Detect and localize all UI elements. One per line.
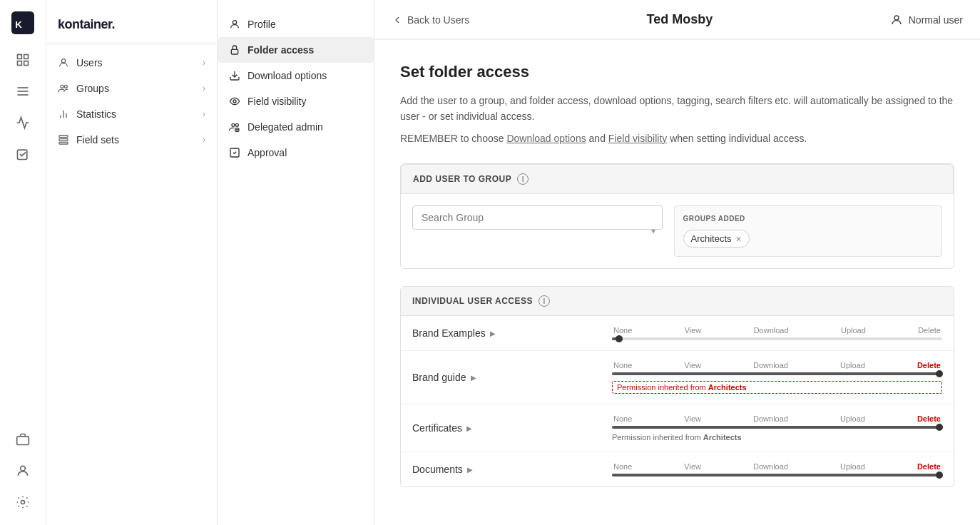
folder-name-brand-examples: Brand Examples ▶ xyxy=(412,327,612,339)
section-description: Add the user to a group, and folder acce… xyxy=(400,93,954,125)
slider-fill xyxy=(612,426,942,429)
folder-label: Brand guide xyxy=(412,372,466,383)
dropdown-icon: ▾ xyxy=(651,226,655,236)
chevron-icon-users: › xyxy=(203,58,205,68)
main-content: Back to Users Ted Mosby Normal user Set … xyxy=(374,0,980,525)
svg-point-30 xyxy=(894,16,899,20)
folder-name-brand-guide: Brand guide ▶ xyxy=(412,372,612,383)
subnav-item-folder-access[interactable]: Folder access xyxy=(218,37,374,63)
chevron-icon-fieldsets: › xyxy=(203,135,205,145)
svg-point-11 xyxy=(21,466,26,471)
group-icon xyxy=(58,83,69,94)
svg-point-14 xyxy=(61,85,63,88)
svg-rect-19 xyxy=(59,136,68,138)
add-user-group-info-icon[interactable]: i xyxy=(517,173,529,185)
table-row: Documents ▶ None View Download Upload De… xyxy=(401,452,954,486)
svg-text:K: K xyxy=(15,19,22,30)
folder-label: Documents xyxy=(412,464,463,475)
nav-icon-briefcase[interactable] xyxy=(9,425,37,454)
nav-icon-chart[interactable] xyxy=(9,108,37,137)
group-tag-close-icon[interactable]: × xyxy=(736,234,742,244)
nav-icon-check[interactable] xyxy=(9,140,37,168)
desc2-suffix: when setting individual access. xyxy=(667,133,807,144)
group-body: ▾ GROUPS ADDED Architects × xyxy=(401,194,954,268)
slider-area-certificates: None View Download Upload Delete Permiss… xyxy=(612,414,942,442)
table-row: Brand guide ▶ None View Download Upload … xyxy=(401,351,954,404)
slider-track xyxy=(612,337,942,340)
slider-labels: None View Download Upload Delete xyxy=(612,414,942,423)
slider-thumb[interactable] xyxy=(936,472,943,479)
inherited-badge: Permission inherited from Architects xyxy=(612,433,942,442)
expand-icon[interactable]: ▶ xyxy=(471,374,476,382)
add-user-group-header: ADD USER TO GROUP i xyxy=(401,164,954,194)
chevron-icon-statistics: › xyxy=(203,109,205,119)
slider-track xyxy=(612,426,942,429)
slider-area-documents: None View Download Upload Delete xyxy=(612,462,942,476)
group-tag-label: Architects xyxy=(691,233,732,244)
folder-label: Certificates xyxy=(412,422,462,434)
svg-rect-20 xyxy=(59,139,68,141)
subnav: Profile Folder access Download options F… xyxy=(218,0,374,525)
add-user-group-label: ADD USER TO GROUP xyxy=(413,174,511,184)
sidebar-label-groups: Groups xyxy=(76,83,109,94)
logo-text: kontainer. xyxy=(58,17,115,31)
slider-thumb[interactable] xyxy=(616,335,623,342)
approval-icon xyxy=(229,147,240,158)
nav-icon-user-circle[interactable] xyxy=(9,457,37,485)
subnav-item-delegated-admin[interactable]: Delegated admin xyxy=(218,114,374,140)
slider-track xyxy=(612,474,942,476)
back-to-users-button[interactable]: Back to Users xyxy=(392,14,469,26)
back-label: Back to Users xyxy=(407,14,469,26)
stats-icon xyxy=(58,108,69,120)
subnav-label-delegated-admin: Delegated admin xyxy=(247,121,323,133)
header: Back to Users Ted Mosby Normal user xyxy=(374,0,980,40)
chevron-icon-groups: › xyxy=(203,83,205,93)
slider-fill xyxy=(612,474,942,476)
sidebar-item-statistics[interactable]: Statistics › xyxy=(46,101,217,127)
individual-access-label: INDIVIDUAL USER ACCESS xyxy=(412,296,533,306)
sidebar-item-users[interactable]: Users › xyxy=(46,50,217,76)
expand-icon[interactable]: ▶ xyxy=(490,330,496,337)
table-row: Certificates ▶ None View Download Upload… xyxy=(401,404,954,452)
lock-icon xyxy=(229,44,240,56)
nav-icon-list[interactable] xyxy=(9,77,37,106)
subnav-label-approval: Approval xyxy=(247,147,287,158)
svg-rect-4 xyxy=(18,61,22,66)
slider-thumb[interactable] xyxy=(936,424,943,431)
expand-icon[interactable]: ▶ xyxy=(466,424,472,432)
subnav-item-approval[interactable]: Approval xyxy=(218,140,374,165)
slider-labels: None View Download Upload Delete xyxy=(612,462,942,471)
search-group-input[interactable] xyxy=(412,205,663,230)
admin-icon xyxy=(229,121,240,133)
slider-thumb[interactable] xyxy=(936,370,943,377)
fields-icon xyxy=(58,134,69,146)
individual-access-info-icon[interactable]: i xyxy=(539,295,550,307)
svg-rect-10 xyxy=(17,437,29,445)
sidebar-item-fieldsets[interactable]: Field sets › xyxy=(46,127,217,153)
subnav-item-profile[interactable]: Profile xyxy=(218,11,374,37)
sidebar-item-groups[interactable]: Groups › xyxy=(46,76,217,101)
slider-track xyxy=(612,372,942,375)
expand-icon[interactable]: ▶ xyxy=(467,466,473,474)
group-tag-architects: Architects × xyxy=(683,230,750,248)
svg-point-26 xyxy=(232,123,235,126)
nav-icon-settings[interactable] xyxy=(9,488,37,516)
svg-point-12 xyxy=(21,501,25,504)
subnav-label-profile: Profile xyxy=(247,19,276,30)
slider-labels: None View Download Upload Delete xyxy=(612,361,942,369)
icon-bar: K xyxy=(0,0,46,525)
table-row: Brand Examples ▶ None View Download Uplo… xyxy=(401,316,954,351)
field-visibility-link[interactable]: Field visibility xyxy=(608,133,667,144)
nav-icon-grid[interactable] xyxy=(9,46,37,74)
folder-name-documents: Documents ▶ xyxy=(412,464,612,475)
groups-added-panel: GROUPS ADDED Architects × xyxy=(674,205,943,257)
access-table: Brand Examples ▶ None View Download Uplo… xyxy=(401,316,954,486)
svg-point-25 xyxy=(233,100,236,103)
subnav-item-download-options[interactable]: Download options xyxy=(218,63,374,88)
subnav-item-field-visibility[interactable]: Field visibility xyxy=(218,88,374,114)
svg-rect-23 xyxy=(231,49,238,54)
individual-access-header: INDIVIDUAL USER ACCESS i xyxy=(401,287,954,316)
sidebar-label-fieldsets: Field sets xyxy=(76,134,119,146)
slider-fill xyxy=(612,372,942,375)
download-options-link[interactable]: Download options xyxy=(506,133,586,144)
